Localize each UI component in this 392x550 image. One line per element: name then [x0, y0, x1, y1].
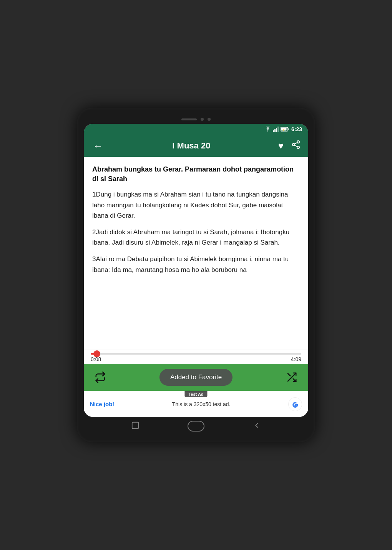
page-title: I Musa 20 [111, 141, 272, 151]
player-controls: Added to Favorite [84, 364, 308, 391]
progress-area: 0:08 4:09 [84, 350, 308, 364]
battery-icon: ⚡ [281, 127, 289, 132]
device-top [84, 115, 308, 124]
camera-dot-2 [208, 118, 211, 121]
progress-times: 0:08 4:09 [91, 356, 301, 362]
repeat-button[interactable] [95, 372, 106, 383]
svg-rect-1 [274, 129, 276, 132]
share-icon [291, 140, 301, 149]
progress-fill [91, 353, 97, 355]
nav-back-icon [131, 421, 140, 430]
ad-logo: G [288, 397, 302, 411]
ad-nice-job: Nice job! [90, 401, 114, 407]
toolbar: ← I Musa 20 ♥ [84, 135, 308, 157]
content-para-3: 3Alai ro ma Debata paipihon tu si Abimel… [92, 254, 300, 275]
status-icons: ⚡ 6:23 [264, 126, 302, 132]
svg-text:G: G [292, 401, 297, 407]
svg-line-11 [295, 145, 297, 147]
total-time: 4:09 [291, 356, 301, 362]
progress-track[interactable] [91, 353, 301, 355]
svg-rect-2 [276, 128, 277, 132]
favorite-button[interactable]: ♥ [277, 139, 285, 153]
content-para-2: 2Jadi didok si Abraham ma taringot tu si… [92, 227, 300, 248]
device-screen: ⚡ 6:23 ← I Musa 20 ♥ Abraham bung [84, 124, 308, 417]
status-bar: ⚡ 6:23 [84, 124, 308, 135]
status-time: 6:23 [291, 126, 302, 132]
device: ⚡ 6:23 ← I Musa 20 ♥ Abraham bung [77, 108, 315, 442]
ad-logo-svg: G [290, 399, 301, 410]
nav-home-btn[interactable] [188, 421, 204, 432]
svg-line-12 [295, 143, 297, 144]
shuffle-button[interactable] [286, 372, 297, 383]
device-nav-bar [84, 417, 308, 435]
repeat-icon [95, 372, 106, 383]
ad-label: Test Ad [184, 391, 207, 397]
back-button[interactable]: ← [90, 139, 106, 152]
camera-dot [201, 118, 204, 121]
nav-recent-btn[interactable] [252, 421, 261, 432]
svg-rect-6 [288, 128, 289, 130]
content-area: Abraham bungkas tu Gerar. Parmaraan doho… [84, 157, 308, 350]
content-heading: Abraham bungkas tu Gerar. Parmaraan doho… [92, 165, 300, 184]
speaker-slot [181, 118, 197, 120]
signal-icon [273, 127, 279, 132]
nav-back-btn[interactable] [131, 421, 140, 432]
wifi-icon [264, 127, 271, 132]
nav-recent-icon [252, 421, 261, 430]
toast-added-favorite: Added to Favorite [159, 369, 233, 386]
ad-description: This is a 320x50 test ad. [118, 401, 284, 407]
svg-rect-3 [277, 127, 279, 132]
svg-text:⚡: ⚡ [282, 128, 285, 132]
svg-rect-0 [273, 130, 274, 132]
shuffle-icon [286, 372, 297, 383]
svg-rect-18 [132, 422, 138, 428]
svg-line-15 [288, 373, 290, 376]
ad-banner[interactable]: Test Ad Nice job! This is a 320x50 test … [84, 391, 308, 417]
content-para-1: 1Dung i bungkas ma si Abraham sian i tu … [92, 189, 300, 221]
share-button[interactable] [290, 138, 302, 153]
